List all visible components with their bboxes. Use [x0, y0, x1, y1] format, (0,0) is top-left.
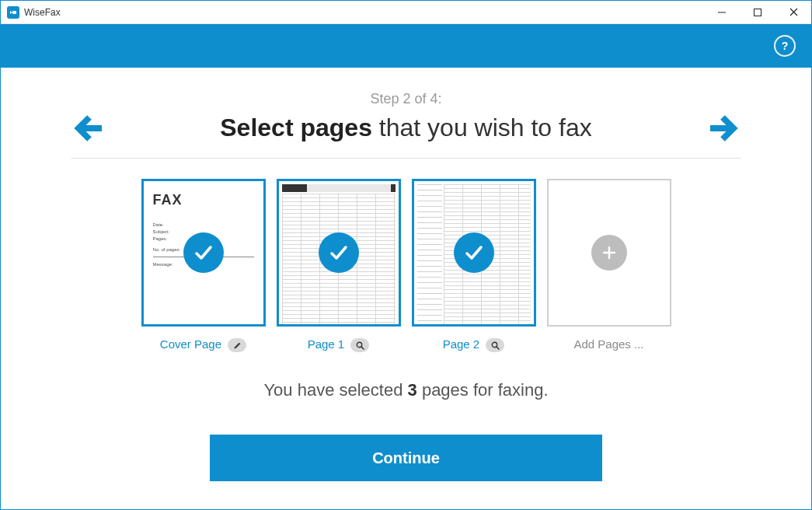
page-thumb-cover[interactable]: FAX Date: Subject: Pages: No. of pages: …: [141, 179, 266, 327]
page-caption-2: Page 2: [412, 337, 536, 352]
continue-label: Continue: [372, 449, 440, 467]
wizard-heading-rest: that you wish to fax: [372, 114, 592, 141]
summary-suffix: pages for faxing.: [417, 380, 549, 400]
page-caption-1: Page 1: [277, 337, 401, 352]
page-thumb-2[interactable]: [412, 179, 536, 327]
app-header: ?: [1, 24, 811, 68]
window-close-button[interactable]: [775, 1, 811, 24]
svg-rect-2: [754, 9, 761, 16]
selected-check-icon: [183, 232, 224, 273]
arrow-right-icon: [707, 113, 741, 144]
wizard-heading-bold: Select pages: [220, 114, 372, 141]
svg-rect-1: [718, 12, 726, 12]
wizard-heading-row: Select pages that you wish to fax: [71, 114, 741, 142]
cover-fax-title: FAX: [153, 192, 254, 208]
summary-prefix: You have selected: [263, 380, 407, 400]
window-controls: [704, 1, 811, 24]
svg-rect-0: [12, 11, 16, 14]
page-caption-cover: Cover Page: [141, 337, 266, 352]
wizard-next-button[interactable]: [707, 113, 741, 144]
edit-cover-button[interactable]: [228, 338, 246, 352]
page-label[interactable]: Page 1: [308, 337, 345, 351]
continue-row: Continue: [71, 435, 741, 481]
page-caption-add: Add Pages ...: [547, 337, 671, 351]
pencil-icon: [233, 341, 242, 350]
window-maximize-button[interactable]: [740, 1, 775, 24]
wizard-heading: Select pages that you wish to fax: [220, 114, 591, 142]
page-card-cover: FAX Date: Subject: Pages: No. of pages: …: [141, 179, 266, 352]
page-card-1: Page 1: [277, 179, 401, 352]
page-thumb-1[interactable]: [277, 179, 401, 327]
plus-icon: [591, 235, 627, 271]
zoom-page-1-button[interactable]: [350, 338, 369, 352]
app-icon: [7, 6, 19, 19]
heading-divider: [71, 158, 741, 159]
selected-check-icon: [319, 232, 359, 273]
magnifier-icon: [491, 341, 500, 350]
window-titlebar: WiseFax: [1, 1, 811, 24]
wizard-back-button[interactable]: [71, 113, 105, 144]
page-thumbnails: FAX Date: Subject: Pages: No. of pages: …: [71, 179, 741, 352]
add-pages-label[interactable]: Add Pages ...: [573, 337, 643, 351]
page-label[interactable]: Page 2: [443, 337, 480, 351]
page-label[interactable]: Cover Page: [160, 337, 221, 351]
page-card-add: Add Pages ...: [547, 179, 671, 352]
magnifier-icon: [356, 341, 364, 350]
page-card-2: Page 2: [412, 179, 536, 352]
add-pages-thumb[interactable]: [547, 179, 671, 327]
window-title: WiseFax: [24, 7, 61, 18]
wizard-step-indicator: Step 2 of 4:: [71, 91, 741, 107]
window-minimize-button[interactable]: [704, 1, 740, 24]
arrow-left-icon: [71, 113, 105, 144]
zoom-page-2-button[interactable]: [486, 338, 504, 352]
wizard-main: Step 2 of 4: Select pages that you wish …: [1, 68, 811, 481]
continue-button[interactable]: Continue: [210, 435, 602, 481]
selected-check-icon: [454, 232, 494, 273]
selection-summary: You have selected 3 pages for faxing.: [71, 380, 741, 400]
summary-count: 3: [408, 380, 417, 400]
help-button[interactable]: ?: [774, 35, 796, 57]
help-icon: ?: [782, 40, 789, 52]
